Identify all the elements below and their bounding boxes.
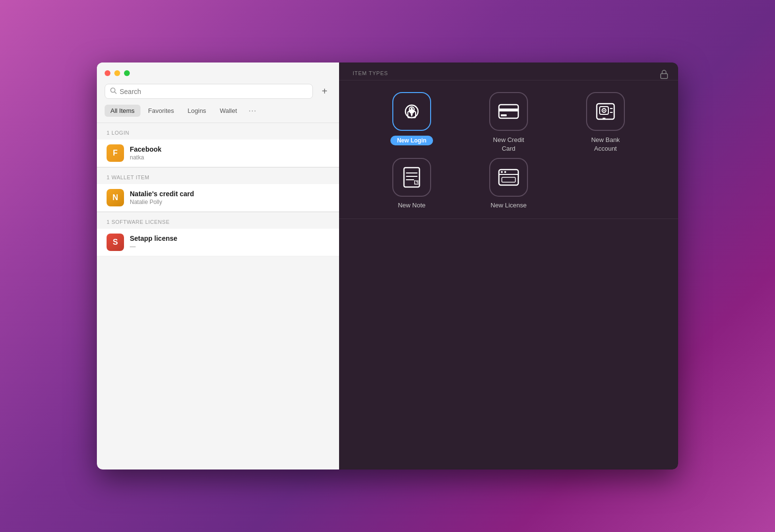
list-item[interactable]: F Facebook natka — [97, 140, 339, 167]
maximize-button[interactable] — [124, 70, 130, 76]
avatar: F — [107, 144, 124, 162]
app-window: + All Items Favorites Logins Wallet ··· … — [97, 63, 678, 469]
svg-point-27 — [504, 171, 506, 173]
item-subtitle: — — [130, 243, 177, 250]
new-note-button[interactable]: New Note — [368, 158, 455, 209]
minimize-button[interactable] — [114, 70, 120, 76]
new-license-icon — [489, 158, 528, 197]
filter-tabs: All Items Favorites Logins Wallet ··· — [97, 105, 339, 123]
svg-point-16 — [604, 110, 605, 111]
filter-tab-logins[interactable]: Logins — [182, 105, 212, 117]
svg-rect-2 — [661, 74, 667, 78]
search-icon — [110, 87, 117, 95]
new-bank-account-button[interactable]: New BankAccount — [562, 92, 649, 153]
right-divider — [339, 80, 678, 80]
section-header-logins: 1 LOGIN — [97, 123, 339, 140]
item-subtitle: Natalie Polly — [130, 199, 194, 205]
section-header-software: 1 SOFTWARE LICENSE — [97, 212, 339, 229]
section-header-wallet: 1 WALLET ITEM — [97, 168, 339, 184]
item-info: Facebook natka — [130, 145, 161, 161]
svg-line-1 — [115, 92, 117, 94]
avatar: S — [107, 234, 124, 251]
svg-rect-28 — [502, 177, 515, 182]
titlebar — [97, 63, 339, 80]
svg-rect-12 — [501, 114, 507, 116]
item-subtitle: natka — [130, 154, 161, 161]
more-filters-button[interactable]: ··· — [245, 106, 260, 116]
item-types-label: ITEM TYPES — [339, 63, 678, 80]
search-input[interactable] — [120, 88, 308, 95]
new-bank-account-label: New BankAccount — [591, 136, 620, 153]
item-title: Setapp license — [130, 235, 177, 242]
add-item-button[interactable]: + — [318, 84, 331, 99]
new-login-badge: New Login — [390, 136, 434, 145]
new-credit-card-button[interactable]: New CreditCard — [465, 92, 552, 153]
new-login-button[interactable]: New Login — [368, 92, 455, 153]
item-title: Natalie's credit card — [130, 190, 194, 198]
search-row: + — [97, 80, 339, 105]
right-panel: ITEM TYPES — [339, 63, 678, 469]
svg-point-26 — [501, 171, 503, 173]
bottom-panel — [339, 219, 678, 469]
lock-icon — [660, 69, 668, 81]
filter-tab-all-items[interactable]: All Items — [105, 105, 140, 117]
new-bank-account-icon — [586, 92, 625, 131]
filter-tab-wallet[interactable]: Wallet — [214, 105, 243, 117]
new-note-label: New Note — [398, 202, 425, 209]
new-license-button[interactable]: New License — [465, 158, 552, 209]
new-login-icon — [392, 92, 431, 131]
svg-rect-11 — [499, 109, 518, 111]
close-button[interactable] — [105, 70, 110, 76]
svg-rect-9 — [411, 115, 412, 117]
item-info: Natalie's credit card Natalie Polly — [130, 190, 194, 205]
left-panel: + All Items Favorites Logins Wallet ··· … — [97, 63, 339, 469]
item-title: Facebook — [130, 145, 161, 153]
list-item[interactable]: S Setapp license — — [97, 229, 339, 256]
item-info: Setapp license — — [130, 235, 177, 250]
list-item[interactable]: N Natalie's credit card Natalie Polly — [97, 184, 339, 212]
new-credit-card-label: New CreditCard — [493, 136, 524, 153]
search-bar[interactable] — [105, 84, 313, 99]
filter-tab-favorites[interactable]: Favorites — [142, 105, 180, 117]
new-credit-card-icon — [489, 92, 528, 131]
new-note-icon — [392, 158, 431, 197]
avatar: N — [107, 189, 124, 206]
new-license-label: New License — [491, 202, 527, 209]
